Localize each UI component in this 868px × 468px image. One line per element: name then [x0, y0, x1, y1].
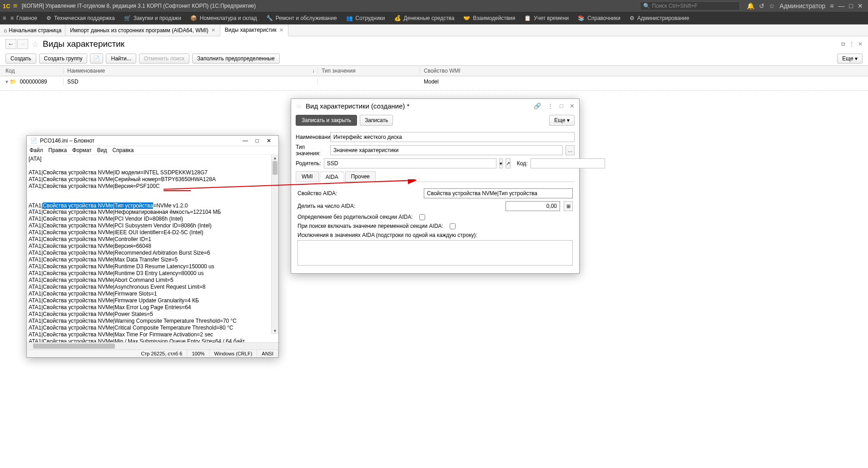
menu-item[interactable]: 🛒Закупки и продажи	[119, 15, 186, 21]
status-position: Стр 26225, стлб 6	[136, 350, 187, 357]
scroll-down-icon[interactable]: ▼	[272, 328, 278, 334]
menu-item[interactable]: 👥Сотрудники	[342, 15, 390, 21]
menu-item[interactable]: 📚Справочники	[573, 15, 625, 21]
parent-dropdown-button[interactable]: ▾	[499, 158, 503, 168]
link-icon[interactable]: 🔗	[534, 103, 541, 109]
menu-help[interactable]: Справка	[112, 147, 134, 153]
include-var-checkbox[interactable]	[450, 223, 456, 229]
tab-close-icon[interactable]: ✕	[279, 27, 283, 33]
scroll-thumb[interactable]	[273, 161, 278, 175]
divide-input[interactable]	[506, 201, 560, 211]
tab-wmi[interactable]: WMI	[296, 171, 319, 182]
vertical-scrollbar[interactable]: ▲ ▼	[271, 155, 278, 334]
table-row[interactable]: ▾ 📁 000000089 SSD Model	[0, 76, 868, 87]
more-icon[interactable]: ⋮	[849, 41, 854, 47]
save-button[interactable]: Записать	[360, 115, 393, 126]
tab-close-icon[interactable]: ✕	[211, 27, 215, 33]
tab-import[interactable]: Импорт данных из сторонних программ (AID…	[65, 25, 220, 36]
page-header: ← → ☆ Виды характеристик ⧉ ⋮ ✕	[0, 36, 868, 52]
cancel-find-button: Отменить поиск	[139, 54, 189, 64]
aida-property-input[interactable]	[424, 188, 573, 198]
page-close-icon[interactable]: ✕	[858, 41, 863, 47]
no-parent-checkbox[interactable]	[419, 214, 425, 220]
notepad-icon: 📄	[30, 138, 37, 144]
menu-format[interactable]: Формат	[72, 147, 92, 153]
tab-types-label: Виды характеристик	[225, 27, 277, 33]
favorite-star-icon[interactable]: ☆	[32, 39, 39, 49]
col-code[interactable]: Код	[0, 68, 64, 74]
parent-open-button[interactable]: ↗	[506, 158, 511, 168]
menu-file[interactable]: Файл	[30, 147, 43, 153]
calculator-button[interactable]: ⊞	[564, 201, 573, 211]
menu-label: Главное	[16, 15, 37, 21]
bell-icon[interactable]: 🔔	[747, 2, 754, 10]
maximize-icon[interactable]: □	[849, 2, 853, 10]
menu-toggle-icon[interactable]: ≡	[3, 15, 6, 21]
global-search[interactable]: 🔍 Поиск Ctrl+Shift+F	[640, 1, 740, 10]
menu-item[interactable]: 🤝Взаимодействия	[459, 15, 520, 21]
menu-icon: ≡	[10, 15, 14, 21]
window-icon[interactable]: □	[560, 103, 563, 109]
minimize-icon[interactable]: —	[838, 2, 845, 10]
notepad-text-area[interactable]: [ATA] ATA1|Свойства устройства NVMe|ID м…	[27, 155, 278, 342]
scroll-thumb-h[interactable]	[33, 344, 115, 349]
scroll-up-icon[interactable]: ▲	[272, 155, 278, 161]
col-type[interactable]: Тип значения	[318, 68, 420, 74]
menu-label: Сотрудники	[356, 15, 385, 21]
type-more-button[interactable]: …	[565, 145, 575, 155]
code-input[interactable]	[531, 158, 605, 168]
history-icon[interactable]: ↺	[759, 2, 764, 10]
hamburger-icon[interactable]: ≡	[13, 2, 17, 10]
label-exclusions: Исключения в значениях AIDA (подстроки п…	[298, 232, 477, 238]
more-icon[interactable]: ⋮	[547, 103, 553, 109]
menu-view[interactable]: Вид	[97, 147, 107, 153]
menu-label: Денежные средства	[404, 15, 455, 21]
find-button[interactable]: Найти...	[106, 54, 136, 64]
menu-item[interactable]: ≡Главное	[6, 15, 42, 21]
col-wmi[interactable]: Свойство WMI	[420, 68, 868, 74]
tab-aida[interactable]: AIDA	[320, 172, 344, 182]
col-name[interactable]: Наименование↓	[64, 68, 318, 74]
close-button[interactable]: ✕	[263, 138, 275, 144]
nav-forward-button[interactable]: →	[17, 39, 28, 49]
name-input[interactable]	[330, 132, 575, 142]
menu-item[interactable]: ⚙Администрирование	[625, 15, 694, 21]
star-icon[interactable]: ☆	[769, 2, 775, 10]
create-group-button[interactable]: Создать группу	[39, 54, 88, 64]
expand-icon[interactable]: ▾	[5, 79, 8, 85]
minimize-button[interactable]: —	[239, 138, 251, 144]
menu-item[interactable]: 📦Номенклатура и склад	[186, 15, 262, 21]
close-icon[interactable]: ✕	[858, 2, 863, 10]
dialog-star-icon[interactable]: ☆	[296, 102, 302, 110]
exclusions-textarea[interactable]	[298, 240, 573, 266]
nav-back-button[interactable]: ←	[5, 39, 16, 49]
horizontal-scrollbar[interactable]	[27, 342, 278, 350]
menu-item[interactable]: 📋Учет времени	[520, 15, 573, 21]
menu-edit[interactable]: Правка	[49, 147, 67, 153]
save-close-button[interactable]: Записать и закрыть	[296, 115, 357, 126]
status-encoding: Windows (CRLF)	[210, 350, 258, 357]
form-more-button[interactable]: Еще ▾	[549, 115, 575, 126]
parent-input[interactable]	[324, 158, 496, 168]
tab-types[interactable]: Виды характеристик ✕	[220, 25, 288, 36]
settings-icon[interactable]: ≡	[830, 2, 833, 10]
user-label[interactable]: Администратор	[779, 2, 825, 10]
dialog-close-icon[interactable]: ✕	[570, 103, 575, 109]
search-placeholder: Поиск Ctrl+Shift+F	[652, 3, 698, 9]
menu-item[interactable]: 💰Денежные средства	[390, 15, 459, 21]
new-window-icon[interactable]: ⧉	[841, 41, 845, 47]
maximize-button[interactable]: □	[251, 138, 263, 144]
notepad-statusbar: Стр 26225, стлб 6 100% Windows (CRLF) AN…	[27, 350, 278, 357]
tabs-row: ⌂ Начальная страница Импорт данных из ст…	[0, 25, 868, 36]
menu-item[interactable]: 🔧Ремонт и обслуживание	[262, 15, 342, 21]
tab-other[interactable]: Прочее	[345, 171, 376, 182]
menu-item[interactable]: ⚙Техническая поддержка	[42, 15, 119, 21]
create-button[interactable]: Создать	[5, 54, 36, 64]
fill-predefined-button[interactable]: Заполнить предопределенные	[192, 54, 280, 64]
page-title: Виды характеристик	[43, 39, 124, 49]
copy-button[interactable]: 📄	[90, 54, 103, 64]
more-button[interactable]: Еще ▾	[837, 54, 863, 64]
dialog-title: Вид характеристики (создание) *	[306, 102, 527, 110]
type-input[interactable]	[330, 145, 563, 155]
home-tab[interactable]: ⌂ Начальная страница	[0, 25, 65, 36]
